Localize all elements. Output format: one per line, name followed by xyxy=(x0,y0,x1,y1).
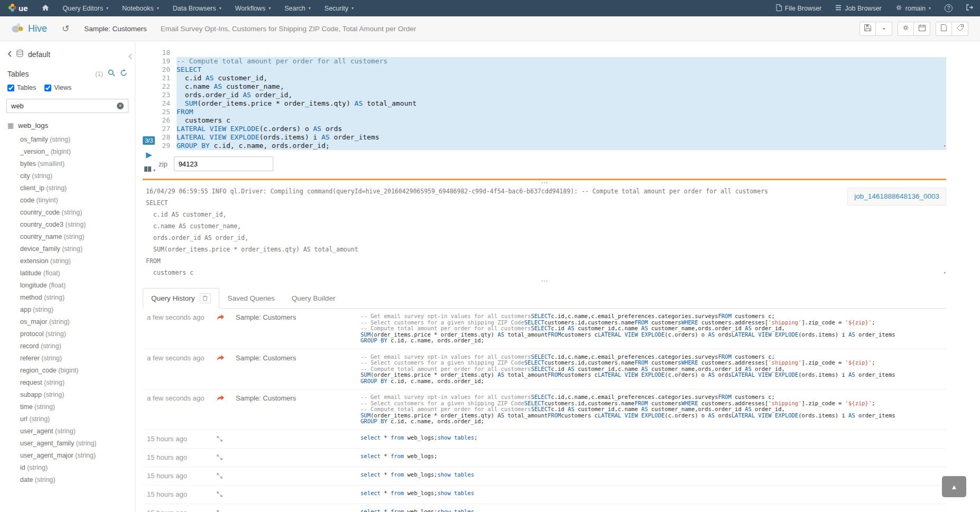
editor-line[interactable]: 24 SUM(order_items.price * order_items.q… xyxy=(159,99,946,108)
database-name[interactable]: default xyxy=(28,50,50,59)
column-item[interactable]: latitude (float) xyxy=(20,267,135,280)
schedule-button[interactable] xyxy=(914,22,930,36)
logout-button[interactable] xyxy=(959,0,980,16)
expand-arrows-icon[interactable] xyxy=(217,491,223,499)
expand-arrows-icon[interactable] xyxy=(217,435,223,443)
history-row[interactable]: 15 hours agoselect * from web_logs;show … xyxy=(143,486,946,504)
column-item[interactable]: record (string) xyxy=(20,340,135,352)
editor-line[interactable]: 26 customers c xyxy=(159,116,946,125)
share-arrow-icon[interactable] xyxy=(217,355,224,362)
back-chevron-icon[interactable] xyxy=(7,50,12,59)
filter-views[interactable]: Views xyxy=(44,84,71,91)
sql-editor[interactable]: 18 19-- Compute total amount per order f… xyxy=(159,49,946,150)
column-item[interactable]: date (string) xyxy=(20,474,135,486)
nav-menu-notebooks[interactable]: Notebooks▾ xyxy=(115,0,166,16)
column-item[interactable]: _version_ (bigint) xyxy=(20,146,135,158)
column-item[interactable]: city (string) xyxy=(20,170,135,182)
collapse-sidebar-icon[interactable] xyxy=(128,53,132,61)
column-item[interactable]: url (string) xyxy=(20,413,135,425)
refresh-icon[interactable] xyxy=(120,69,127,78)
resize-grip[interactable]: ⋯ xyxy=(143,180,946,185)
settings-button[interactable] xyxy=(898,22,914,36)
history-query-text[interactable]: -- Get email survey opt-in values for al… xyxy=(360,354,946,385)
history-row[interactable]: a few seconds agoSample: Customers-- Get… xyxy=(143,349,946,390)
job-browser-link[interactable]: Job Browser xyxy=(828,0,888,16)
editor-line[interactable]: 18 xyxy=(159,49,946,57)
nav-menu-data-browsers[interactable]: Data Browsers▾ xyxy=(166,0,228,16)
column-item[interactable]: longitude (float) xyxy=(20,280,135,292)
tab-query-builder[interactable]: Query Builder xyxy=(283,288,344,309)
views-checkbox[interactable] xyxy=(44,85,51,91)
column-item[interactable]: subapp (string) xyxy=(20,389,135,401)
history-query-text[interactable]: select * from web_logs;show tables xyxy=(360,509,946,512)
table-item[interactable]: ▦ web_logs xyxy=(0,115,135,132)
column-item[interactable]: country_code (string) xyxy=(20,207,135,219)
execute-button[interactable]: ▶ xyxy=(146,150,152,160)
tab-query-history[interactable]: Query History xyxy=(143,288,219,309)
home-button[interactable] xyxy=(35,0,56,16)
history-query-text[interactable]: -- Get email survey opt-in values for al… xyxy=(360,394,946,425)
column-item[interactable]: code (tinyint) xyxy=(20,194,135,207)
query-history-icon[interactable]: ↺ xyxy=(62,23,69,34)
column-item[interactable]: bytes (smallint) xyxy=(20,158,135,170)
assist-docs-button[interactable]: ▾ xyxy=(144,166,155,174)
clear-search-icon[interactable]: × xyxy=(117,103,124,109)
column-item[interactable]: country_name (string) xyxy=(20,231,135,243)
editor-line[interactable]: 21 c.id AS customer_id, xyxy=(159,74,946,82)
history-row[interactable]: a few seconds agoSample: Customers-- Get… xyxy=(143,389,946,430)
column-item[interactable]: country_code3 (string) xyxy=(20,219,135,231)
history-query-text[interactable]: select * from web_logs;show tables xyxy=(360,490,946,499)
scrollbar-down-icon[interactable]: ▾ xyxy=(944,142,946,150)
help-button[interactable]: ? xyxy=(938,0,959,16)
column-item[interactable]: device_family (string) xyxy=(20,243,135,255)
editor-line[interactable]: 29GROUP BY c.id, c.name, ords.order_id; xyxy=(159,142,946,150)
editor-line[interactable]: 28LATERAL VIEW EXPLODE(ords.items) i AS … xyxy=(159,133,946,142)
nav-menu-workflows[interactable]: Workflows▾ xyxy=(228,0,278,16)
history-query-text[interactable]: select * from web_logs; xyxy=(360,453,946,462)
column-item[interactable]: client_ip (string) xyxy=(20,182,135,194)
column-item[interactable]: user_agent_major (string) xyxy=(20,450,135,462)
editor-line[interactable]: 23 ords.order_id AS order_id, xyxy=(159,91,946,99)
expand-arrows-icon[interactable] xyxy=(217,509,223,512)
history-query-text[interactable]: -- Get email survey opt-in values for al… xyxy=(360,313,946,344)
column-item[interactable]: os_family (string) xyxy=(20,134,135,146)
column-item[interactable]: region_code (bigint) xyxy=(20,365,135,377)
nav-menu-query-editors[interactable]: Query Editors▾ xyxy=(56,0,115,16)
column-item[interactable]: id (string) xyxy=(20,462,135,474)
history-query-text[interactable]: select * from web_logs;show tables xyxy=(360,472,946,480)
history-row[interactable]: 15 hours agoselect * from web_logs;show … xyxy=(143,430,946,449)
filter-tables[interactable]: Tables xyxy=(7,84,36,91)
editor-line[interactable]: 27LATERAL VIEW EXPLODE(c.orders) o AS or… xyxy=(159,125,946,133)
column-item[interactable]: request (string) xyxy=(20,377,135,389)
hive-app-brand[interactable]: Hive xyxy=(11,22,47,35)
search-icon[interactable] xyxy=(108,69,115,78)
tags-button[interactable] xyxy=(952,22,968,36)
editor-line[interactable]: 25FROM xyxy=(159,108,946,116)
history-row[interactable]: 15 hours agoselect * from web_logs;show … xyxy=(143,504,946,512)
expand-arrows-icon[interactable] xyxy=(217,454,223,462)
column-item[interactable]: app (string) xyxy=(20,304,135,316)
clear-history-icon[interactable] xyxy=(200,293,211,303)
history-query-text[interactable]: select * from web_logs;show tables; xyxy=(360,435,946,443)
column-item[interactable]: user_agent_family (string) xyxy=(20,437,135,450)
column-item[interactable]: extension (string) xyxy=(20,255,135,267)
file-browser-link[interactable]: File Browser xyxy=(769,0,828,16)
table-search-input[interactable] xyxy=(6,99,128,113)
column-item[interactable]: referer (string) xyxy=(20,352,135,365)
editor-line[interactable]: 20SELECT xyxy=(159,66,946,74)
editor-line[interactable]: 22 c.name AS customer_name, xyxy=(159,82,946,91)
history-row[interactable]: 15 hours agoselect * from web_logs;show … xyxy=(143,467,946,486)
share-arrow-icon[interactable] xyxy=(217,314,224,322)
save-button[interactable] xyxy=(859,22,876,36)
tables-checkbox[interactable] xyxy=(7,85,14,91)
hue-logo[interactable]: ue xyxy=(0,0,35,16)
scrollbar-down-icon[interactable]: ▾ xyxy=(944,267,946,278)
expand-arrows-icon[interactable] xyxy=(217,472,223,480)
nav-menu-security[interactable]: Security▾ xyxy=(318,0,360,16)
user-menu[interactable]: romain ▾ xyxy=(889,0,938,16)
column-item[interactable]: time (string) xyxy=(20,401,135,413)
editor-line[interactable]: 19-- Compute total amount per order for … xyxy=(159,57,946,66)
job-link[interactable]: job_1461888648136_0003 xyxy=(854,192,939,200)
nav-menu-search[interactable]: Search▾ xyxy=(278,0,318,16)
scroll-to-top-button[interactable]: ▲ xyxy=(942,476,966,497)
